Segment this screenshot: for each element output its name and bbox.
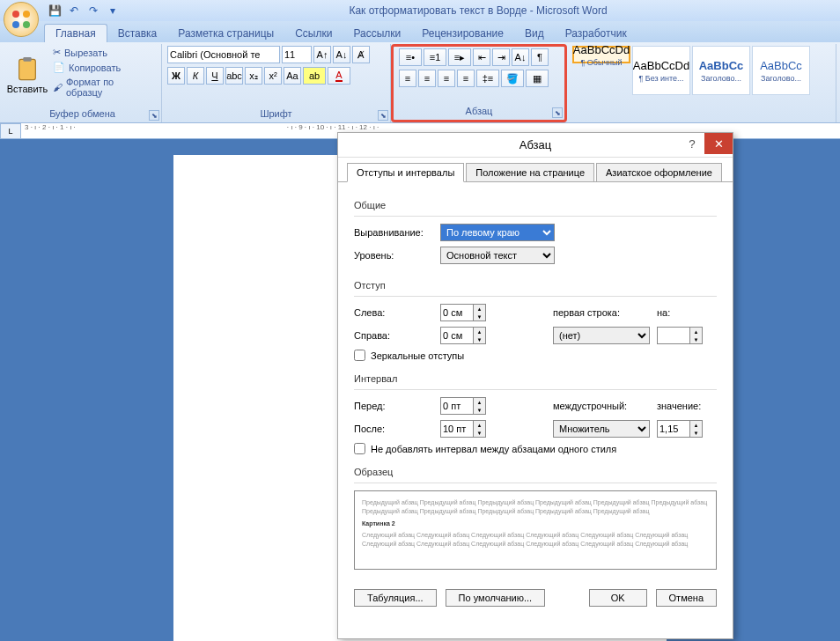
tab-insert[interactable]: Вставка xyxy=(107,25,168,42)
dlg-tab-indents[interactable]: Отступы и интервалы xyxy=(347,163,464,182)
decrease-indent-button[interactable]: ⇤ xyxy=(473,48,490,66)
line-spacing-button[interactable]: ‡≡ xyxy=(476,70,499,87)
justify-button[interactable]: ≡ xyxy=(457,70,475,87)
svg-point-1 xyxy=(23,11,30,18)
style-normal[interactable]: AaBbCcDd ¶ Обычный xyxy=(572,46,630,63)
increase-indent-button[interactable]: ⇥ xyxy=(492,48,510,66)
first-line-label: первая строка: xyxy=(553,307,650,318)
paragraph-launcher-icon[interactable]: ⬊ xyxy=(552,107,563,118)
first-line-by-spinner[interactable]: ▲▼ xyxy=(657,327,703,344)
borders-button[interactable]: ▦ xyxy=(526,70,549,87)
mirror-indents-checkbox[interactable]: Зеркальные отступы xyxy=(354,350,717,361)
window-title: Как отформатировать текст в Ворде - Micr… xyxy=(120,4,836,17)
strike-button[interactable]: abc xyxy=(225,67,243,85)
style-heading2[interactable]: AaBbCc Заголово... xyxy=(752,46,810,95)
dialog-close-button[interactable]: ✕ xyxy=(704,133,733,154)
tab-layout[interactable]: Разметка страницы xyxy=(167,25,284,42)
at-label: значение: xyxy=(657,401,710,411)
show-marks-button[interactable]: ¶ xyxy=(531,48,549,66)
style-heading1[interactable]: AaBbCc Заголово... xyxy=(692,46,750,95)
clipboard-label: Буфер обмена xyxy=(9,107,156,121)
chevron-down-icon[interactable]: ▼ xyxy=(474,313,485,320)
bold-button[interactable]: Ж xyxy=(167,67,185,85)
redo-icon[interactable]: ↷ xyxy=(86,4,100,18)
spacing-label: Интервал xyxy=(354,373,717,384)
copy-button[interactable]: 📄Копировать xyxy=(49,61,156,74)
dialog-tabs: Отступы и интервалы Положение на страниц… xyxy=(338,158,733,182)
numbering-button[interactable]: ≡1 xyxy=(424,48,446,66)
shrink-font-button[interactable]: A↓ xyxy=(333,46,350,63)
ruler-corner[interactable]: L xyxy=(0,123,21,139)
shading-button[interactable]: 🪣 xyxy=(501,70,524,87)
indent-label: Отступ xyxy=(354,280,717,291)
indent-left-spinner[interactable]: ▲▼ xyxy=(440,304,486,321)
font-color-button[interactable]: A xyxy=(328,67,350,85)
grow-font-button[interactable]: A↑ xyxy=(313,46,331,63)
multilevel-button[interactable]: ≡▸ xyxy=(448,48,471,66)
alignment-select[interactable]: По левому краю xyxy=(440,224,555,241)
dlg-tab-asian[interactable]: Азиатское оформление xyxy=(596,163,722,182)
dialog-help-button[interactable]: ? xyxy=(680,133,704,154)
tab-mail[interactable]: Рассылки xyxy=(343,25,411,42)
underline-button[interactable]: Ч xyxy=(206,67,224,85)
qat-dropdown-icon[interactable]: ▾ xyxy=(106,4,120,18)
spacing-after-label: После: xyxy=(354,424,433,434)
change-case-button[interactable]: Aa xyxy=(284,67,301,85)
no-add-space-checkbox[interactable]: Не добавлять интервал между абзацами одн… xyxy=(354,443,717,454)
dialog-title-bar: Абзац ? ✕ xyxy=(338,133,733,158)
save-icon[interactable]: 💾 xyxy=(48,4,62,18)
paragraph-label: Абзац xyxy=(399,104,559,118)
line-spacing-at-spinner[interactable]: ▲▼ xyxy=(657,420,703,438)
tab-refs[interactable]: Ссылки xyxy=(284,25,343,42)
level-select[interactable]: Основной текст xyxy=(440,247,555,264)
sort-button[interactable]: A↓ xyxy=(512,48,529,66)
office-button[interactable] xyxy=(4,2,39,37)
align-right-button[interactable]: ≡ xyxy=(438,70,455,87)
bullets-button[interactable]: ≡• xyxy=(399,48,422,66)
tabs-button[interactable]: Табуляция... xyxy=(354,589,437,607)
tab-review[interactable]: Рецензирование xyxy=(411,25,514,42)
preview-box: Предыдущий абзац Предыдущий абзац Предыд… xyxy=(354,490,717,570)
highlight-button[interactable]: ab xyxy=(303,67,326,85)
clear-format-button[interactable]: A̸ xyxy=(352,46,370,63)
ribbon: Вставить ✂Вырезать 📄Копировать 🖌Формат п… xyxy=(0,42,840,123)
ok-button[interactable]: OK xyxy=(589,589,647,607)
spacing-before-label: Перед: xyxy=(354,401,433,411)
default-button[interactable]: По умолчанию... xyxy=(446,589,546,607)
first-line-select[interactable]: (нет) xyxy=(553,327,650,344)
tab-view[interactable]: Вид xyxy=(514,25,555,42)
cut-button[interactable]: ✂Вырезать xyxy=(49,46,156,59)
font-group: A↑ A↓ A̸ Ж К Ч abc x₂ x² Aa ab A Шрифт ⬊ xyxy=(162,44,391,122)
align-left-button[interactable]: ≡ xyxy=(399,70,416,87)
align-center-button[interactable]: ≡ xyxy=(418,70,436,87)
format-painter-button[interactable]: 🖌Формат по образцу xyxy=(49,76,156,99)
clipboard-group: Вставить ✂Вырезать 📄Копировать 🖌Формат п… xyxy=(4,44,162,122)
clipboard-launcher-icon[interactable]: ⬊ xyxy=(149,110,159,121)
font-launcher-icon[interactable]: ⬊ xyxy=(378,110,388,121)
subscript-button[interactable]: x₂ xyxy=(245,67,262,85)
ribbon-tabs: Главная Вставка Разметка страницы Ссылки… xyxy=(0,21,840,42)
font-size-select[interactable] xyxy=(282,46,312,63)
style-no-spacing[interactable]: AaBbCcDd ¶ Без инте... xyxy=(632,46,690,95)
spacing-before-spinner[interactable]: ▲▼ xyxy=(440,397,486,415)
indent-left-label: Слева: xyxy=(354,307,433,318)
superscript-button[interactable]: x² xyxy=(264,67,282,85)
brush-icon: 🖌 xyxy=(53,82,63,92)
indent-right-spinner[interactable]: ▲▼ xyxy=(440,327,486,344)
general-label: Общие xyxy=(354,200,717,210)
alignment-label: Выравнивание: xyxy=(354,227,433,238)
paste-button[interactable]: Вставить xyxy=(9,46,46,104)
cancel-button[interactable]: Отмена xyxy=(656,589,717,607)
chevron-up-icon[interactable]: ▲ xyxy=(474,305,485,313)
spacing-after-spinner[interactable]: ▲▼ xyxy=(440,420,486,438)
undo-icon[interactable]: ↶ xyxy=(67,4,81,18)
italic-button[interactable]: К xyxy=(187,67,204,85)
svg-rect-5 xyxy=(23,57,31,62)
line-spacing-select[interactable]: Множитель xyxy=(553,420,650,438)
font-name-select[interactable] xyxy=(167,46,280,63)
dlg-tab-position[interactable]: Положение на странице xyxy=(466,163,594,182)
indent-right-label: Справа: xyxy=(354,330,433,341)
title-bar: 💾 ↶ ↷ ▾ Как отформатировать текст в Ворд… xyxy=(0,0,840,21)
tab-dev[interactable]: Разработчик xyxy=(555,25,637,42)
tab-home[interactable]: Главная xyxy=(44,24,107,42)
